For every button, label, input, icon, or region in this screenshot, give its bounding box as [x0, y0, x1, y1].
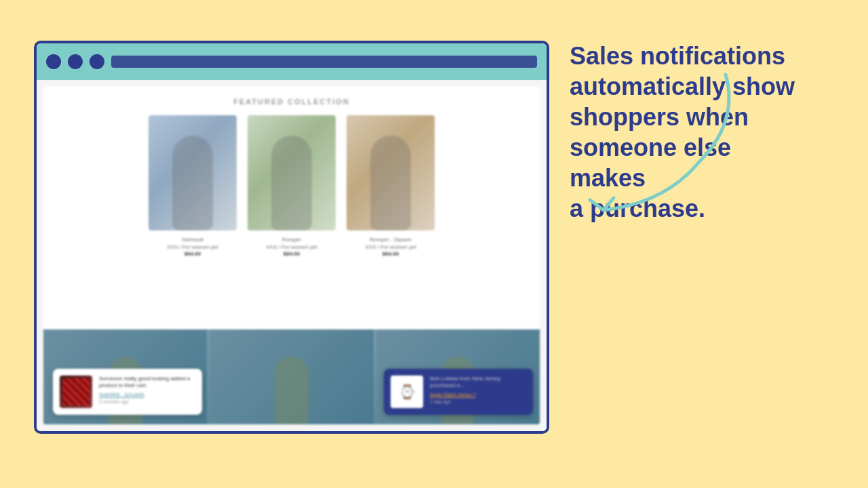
notification-left-thumbnail [60, 375, 92, 408]
product-name-1: Swimsuit [149, 236, 237, 243]
browser-content: FEATURED COLLECTION Swimsuit XXS / For w… [37, 80, 547, 431]
notification-left: Someone really good looking added a prod… [53, 369, 202, 415]
store-inner: FEATURED COLLECTION Swimsuit XXS / For w… [43, 87, 540, 424]
arrow-svg [549, 68, 753, 217]
watch-icon: ⌚ [399, 384, 416, 400]
product-image-3 [347, 115, 435, 230]
product-price-3: $84.00 [347, 251, 435, 257]
notification-right-title: Bob Loblaw from New Jersey purchased a..… [430, 375, 526, 390]
product-price-1: $84.00 [149, 251, 237, 257]
headline-line1: Sales notifications [570, 42, 785, 70]
notification-right-time: 1 day ago [430, 399, 526, 404]
browser-dot-2 [68, 54, 83, 69]
notification-left-title: Someone really good looking added a prod… [99, 375, 195, 390]
right-panel: Sales notifications automatically show s… [549, 27, 834, 237]
notification-right-link[interactable]: Apple Watch Series 7 [430, 392, 526, 397]
product-desc-2: XXS / For women yet [248, 243, 336, 251]
arrow-container [549, 68, 753, 217]
browser-window: FEATURED COLLECTION Swimsuit XXS / For w… [34, 41, 549, 434]
notification-right: ⌚ Bob Loblaw from New Jersey purchased a… [384, 369, 533, 415]
notification-left-link[interactable]: SHERRIE - SQUARE [99, 392, 195, 397]
product-image-2 [248, 115, 336, 230]
browser-toolbar [37, 43, 547, 80]
main-container: FEATURED COLLECTION Swimsuit XXS / For w… [34, 27, 834, 461]
notification-right-body: Bob Loblaw from New Jersey purchased a..… [430, 375, 526, 404]
product-name-2: Romper [248, 236, 336, 243]
product-card-1[interactable]: Swimsuit XXS / For women yet $84.00 [149, 115, 237, 257]
browser-addressbar [111, 56, 537, 68]
notification-left-time: 5 minutes ago [99, 399, 195, 404]
product-grid: Swimsuit XXS / For women yet $84.00 Romp… [54, 115, 529, 257]
product-price-2: $84.00 [248, 251, 336, 257]
product-card-2[interactable]: Romper XXS / For women yet $84.00 [248, 115, 336, 257]
notification-left-body: Someone really good looking added a prod… [99, 375, 195, 404]
product-image-1 [149, 115, 237, 230]
store-section-title: FEATURED COLLECTION [54, 98, 529, 106]
product-desc-1: XXS / For women yet [149, 243, 237, 251]
product-name-3: Romper - Square [347, 236, 435, 243]
browser-dot-3 [90, 54, 104, 69]
browser-dot-1 [46, 54, 61, 69]
store-bottom-img-2 [210, 329, 373, 424]
product-card-3[interactable]: Romper - Square XXS / For women yet $84.… [347, 115, 435, 257]
notification-right-thumbnail: ⌚ [391, 375, 423, 408]
product-desc-3: XXS / For women yet [347, 243, 435, 251]
